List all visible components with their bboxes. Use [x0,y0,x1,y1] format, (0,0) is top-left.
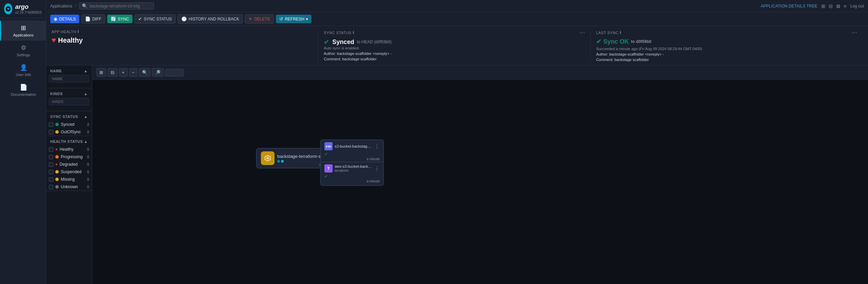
sync-button[interactable]: 🔄 SYNC [107,15,132,23]
app-health-panel: APP HEALTH ℹ ♥ Healthy [52,29,318,62]
progressing-count: 0 [87,155,89,159]
sidebar-item-documentation[interactable]: 📄 Documentation [0,80,46,100]
logo-icon [4,3,12,14]
filter-health-header[interactable]: HEALTH STATUS ▲ [46,136,92,146]
refresh-button[interactable]: ↺ REFRESH ▾ [276,15,311,23]
filter-sync-label: SYNC STATUS [50,115,78,119]
sync-status-button[interactable]: ✔ SYNC STATUS [135,14,176,24]
filter-name-section: NAME ▲ [46,65,92,88]
unknown-count: 0 [87,185,89,189]
resource-node-1[interactable]: cm s3-bucket-backstage-terrafor... ⋮ ✔ a… [320,139,384,164]
resource-1-icon: cm [324,142,333,150]
resource-2-status: ✔ [324,174,380,179]
details-button[interactable]: ◉ DETAILS [50,15,79,23]
search-input[interactable] [89,4,151,9]
history-label: HISTORY AND ROLLBACK [188,17,239,21]
sync-status-label: SYNC STATUS [144,17,172,21]
filter-outofsync-checkbox[interactable] [49,130,53,134]
canvas-container: ⊞ ⊟ + − 🔍 🔎 100% [92,65,868,284]
degraded-heart-icon: ♥ [55,162,58,166]
app-dot-1 [277,160,280,163]
resource-1-menu[interactable]: ⋮ [374,143,380,150]
graph-canvas: backstage-terraform-s3-intg ⋮ a minute [92,80,868,284]
app-health-label: APP HEALTH ℹ [52,29,79,34]
user-icon: 👤 [20,64,27,71]
sync-ok-ref: to d0f59b0 [631,39,652,44]
sidebar-item-label: Applications [13,33,33,37]
graph-canvas-inner: backstage-terraform-s3-intg ⋮ a minute [92,80,868,284]
history-button[interactable]: 🕐 HISTORY AND ROLLBACK [178,14,243,24]
topbar-left: Applications / 🔍 [50,2,154,10]
last-sync-header: LAST SYNC ℹ ⋯ [596,29,857,36]
view-icon-btn-3[interactable]: ⊠ [835,2,841,10]
sidebar-item-applications[interactable]: ⊞ Applications [0,21,46,41]
filter-name-label: NAME [50,69,62,73]
sidebar: argo v2.10.7+b060053 ⊞ Applications ⚙ Se… [0,0,46,284]
canvas-search-btn[interactable]: 🔍 [139,68,151,77]
filter-synced-checkbox[interactable] [49,122,53,127]
unknown-status-dot [55,185,59,189]
filter-suspended-item[interactable]: Suspended 0 [46,168,92,176]
progressing-label: Progressing [61,154,83,159]
resource-1-status: ✔ [324,152,380,156]
filter-sync-section: SYNC STATUS ▲ Synced 2 OutOfSync 0 [46,111,92,136]
refresh-dropdown-icon: ▾ [306,17,308,21]
filter-sync-chevron: ▲ [84,115,88,119]
documentation-icon: 📄 [20,84,27,91]
filter-missing-checkbox[interactable] [49,177,53,182]
sync-author: Author: backstage-scaffolder <noreply> - [324,51,585,56]
topbar-right: APPLICATION DETAILS TREE ⊞ ⊟ ⊠ ≡ Log out [761,2,864,10]
zoom-input[interactable]: 100% [165,69,184,76]
view-icon-btn-2[interactable]: ⊟ [828,2,834,10]
filter-health-section: HEALTH STATUS ▲ ♥ Healthy 0 Progressing … [46,136,92,191]
filter-outofsync-item[interactable]: OutOfSync 0 [46,128,92,136]
logo-text: argo [15,3,42,11]
info-icon-2: ℹ [353,30,354,35]
filter-name-header[interactable]: NAME ▲ [46,65,92,75]
last-sync-menu[interactable]: ⋯ [852,29,857,36]
search-box: 🔍 [79,2,154,10]
canvas-zoom-in-btn[interactable]: + [119,68,128,77]
delete-icon: ✕ [249,16,252,21]
delete-button[interactable]: ✕ DELETE [245,14,274,24]
canvas-zoom-reset-btn[interactable]: 🔎 [152,68,164,77]
sync-comment: Comment: backstage scaffolder [324,57,585,61]
sidebar-item-settings[interactable]: ⚙ Settings [0,41,46,60]
health-value: Healthy [58,36,83,44]
filter-kinds-header[interactable]: KINDS ▲ [46,88,92,98]
canvas-zoom-out-btn[interactable]: − [129,68,138,77]
diff-button[interactable]: 📄 DIFF [81,14,105,24]
resource-2-menu[interactable]: ⋮ [374,165,380,172]
filter-unknown-item[interactable]: Unknown 0 [46,183,92,191]
canvas-grid-btn[interactable]: ⊟ [108,68,117,77]
resource-1-info: s3-bucket-backstage-terrafor... [335,144,372,148]
resource-2-title: aws-s3-bucket-backstage-terr... [335,164,372,168]
sidebar-logo-area: argo v2.10.7+b060053 [0,0,46,18]
view-icon-btn-1[interactable]: ⊞ [820,2,826,10]
filter-healthy-item[interactable]: ♥ Healthy 0 [46,146,92,153]
filter-kinds-input[interactable] [49,98,89,105]
filter-synced-item[interactable]: Synced 2 [46,121,92,128]
filter-degraded-checkbox[interactable] [49,162,53,167]
filter-healthy-checkbox[interactable] [49,147,53,152]
filter-progressing-item[interactable]: Progressing 0 [46,153,92,161]
filter-name-input[interactable] [49,75,89,83]
filter-missing-item[interactable]: Missing 0 [46,176,92,183]
filter-suspended-checkbox[interactable] [49,170,53,174]
filter-health-chevron: ▲ [84,139,88,144]
app-health-header: APP HEALTH ℹ [52,29,312,34]
resource-node-2[interactable]: T aws-s3-bucket-backstage-terr... terraf… [320,162,384,186]
breadcrumb-applications[interactable]: Applications [50,4,72,9]
sidebar-item-user-info[interactable]: 👤 User Info [0,60,46,80]
diff-label: DIFF [92,17,101,21]
view-icon-btn-4[interactable]: ≡ [843,2,848,10]
last-sync-comment: Comment: backstage scaffolder [596,58,857,62]
logo-version: v2.10.7+b060053 [15,11,42,14]
logout-button[interactable]: Log out [850,4,864,9]
sync-status-menu[interactable]: ⋯ [579,29,585,36]
canvas-fit-btn[interactable]: ⊞ [96,68,106,77]
filter-progressing-checkbox[interactable] [49,155,53,159]
filter-sync-header[interactable]: SYNC STATUS ▲ [46,111,92,121]
filter-degraded-item[interactable]: ♥ Degraded 0 [46,161,92,168]
filter-unknown-checkbox[interactable] [49,185,53,189]
